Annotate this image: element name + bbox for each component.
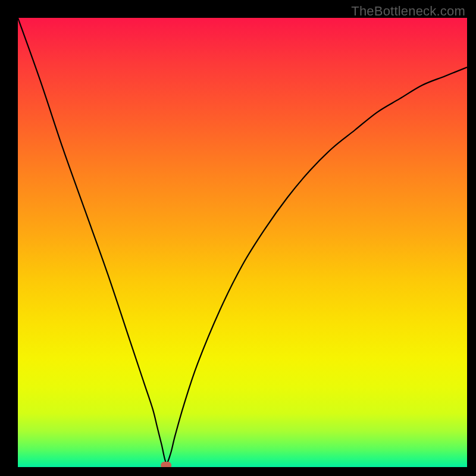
- bottleneck-curve: [18, 18, 467, 463]
- chart-plot-area: [18, 18, 467, 467]
- optimum-marker: [161, 462, 171, 467]
- watermark-text: TheBottleneck.com: [351, 4, 465, 19]
- chart-svg: [18, 18, 467, 467]
